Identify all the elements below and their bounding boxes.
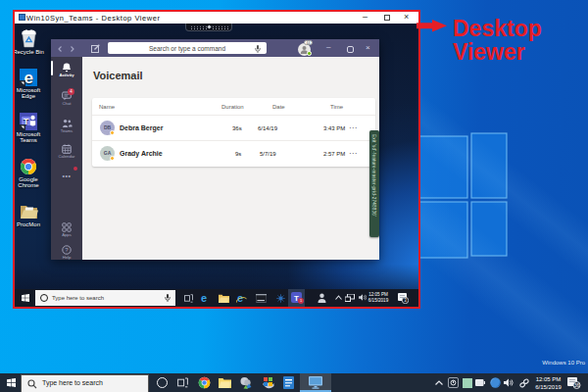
svg-text:?: ? [65,247,69,253]
svg-text:36: 36 [574,382,580,388]
